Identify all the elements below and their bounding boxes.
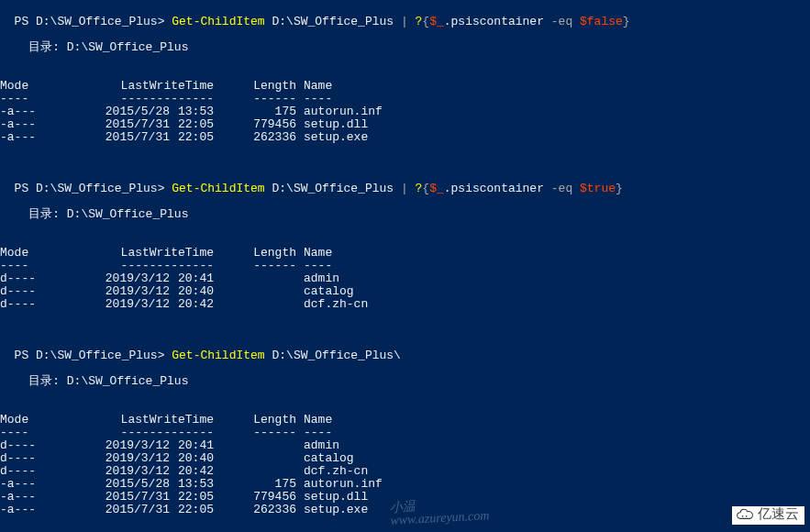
name-cell: catalog: [296, 285, 354, 298]
mode-cell: -a---: [0, 504, 96, 516]
time-cell: 22:05: [170, 118, 214, 131]
mode-cell: d----: [0, 465, 96, 478]
table-row: -a---2015/7/3122:05262336setup.exe: [0, 131, 810, 144]
mode-cell: d----: [0, 298, 96, 311]
time-cell: 20:42: [170, 298, 214, 311]
time-cell: 20:40: [170, 285, 214, 298]
table-header-underline: ---- ------------- ------ ----: [0, 427, 810, 439]
mode-cell: -a---: [0, 491, 96, 504]
mode-cell: -a---: [0, 131, 96, 144]
date-cell: 2019/3/12: [96, 285, 170, 298]
name-cell: autorun.inf: [296, 478, 383, 491]
header-mode: Mode: [0, 80, 96, 93]
time-cell: 20:41: [170, 272, 214, 285]
name-cell: dcf.zh-cn: [296, 298, 368, 311]
name-cell: setup.dll: [296, 118, 368, 131]
date-cell: 2019/3/12: [96, 465, 170, 478]
time-cell: 13:53: [170, 105, 214, 118]
time-cell: 20:40: [170, 452, 214, 465]
directory-label: 目录: D:\SW_Office_Plus: [0, 375, 810, 388]
table-row: d----2019/3/1220:41admin: [0, 272, 810, 285]
length-cell: 779456: [214, 491, 296, 504]
length-cell: [214, 465, 296, 478]
length-cell: [214, 452, 296, 465]
table-row: -a---2015/7/3122:05779456setup.dll: [0, 491, 810, 504]
time-cell: 22:05: [170, 504, 214, 516]
header-lastwrite: LastWriteTime: [96, 80, 214, 93]
date-cell: 2015/5/28: [96, 478, 170, 491]
name-cell: setup.dll: [296, 491, 368, 504]
mode-cell: d----: [0, 452, 96, 465]
directory-label: 目录: D:\SW_Office_Plus: [0, 208, 810, 221]
length-cell: 262336: [214, 504, 296, 516]
command-line-1[interactable]: PS D:\SW_Office_Plus> Get-ChildItem D:\S…: [0, 3, 810, 16]
name-cell: dcf.zh-cn: [296, 465, 368, 478]
table-row: -a---2015/7/3122:05262336setup.exe: [0, 504, 810, 516]
date-cell: 2019/3/12: [96, 298, 170, 311]
name-cell: catalog: [296, 452, 354, 465]
table-header-underline: ---- ------------- ------ ----: [0, 260, 810, 272]
date-cell: 2015/7/31: [96, 504, 170, 516]
date-cell: 2015/7/31: [96, 491, 170, 504]
svg-point-0: [742, 515, 744, 517]
table-header: Mode LastWriteTime Length Name: [0, 414, 810, 427]
header-name: Name: [296, 80, 332, 93]
table-row: d----2019/3/1220:42dcf.zh-cn: [0, 298, 810, 311]
name-cell: admin: [296, 439, 339, 452]
table-row: -a---2015/5/2813:53175autorun.inf: [0, 105, 810, 118]
mode-cell: d----: [0, 285, 96, 298]
date-cell: 2015/7/31: [96, 118, 170, 131]
time-cell: 22:05: [170, 491, 214, 504]
table-row: -a---2015/5/2813:53175autorun.inf: [0, 478, 810, 491]
cloud-icon: [736, 508, 754, 523]
length-cell: 175: [214, 478, 296, 491]
command-line-3[interactable]: PS D:\SW_Office_Plus> Get-ChildItem D:\S…: [0, 337, 810, 349]
table-row: d----2019/3/1220:41admin: [0, 439, 810, 452]
table-header: Mode LastWriteTime Length Name: [0, 247, 810, 260]
cmdlet: Get-ChildItem: [172, 15, 264, 28]
header-length: Length: [214, 80, 296, 93]
date-cell: 2015/7/31: [96, 131, 170, 144]
date-cell: 2019/3/12: [96, 272, 170, 285]
length-cell: [214, 298, 296, 311]
directory-label: 目录: D:\SW_Office_Plus: [0, 41, 810, 54]
name-cell: autorun.inf: [296, 105, 383, 118]
length-cell: [214, 272, 296, 285]
command-line-2[interactable]: PS D:\SW_Office_Plus> Get-ChildItem D:\S…: [0, 170, 810, 183]
time-cell: 13:53: [170, 478, 214, 491]
table-row: d----2019/3/1220:42dcf.zh-cn: [0, 465, 810, 478]
mode-cell: d----: [0, 439, 96, 452]
mode-cell: -a---: [0, 478, 96, 491]
date-cell: 2019/3/12: [96, 452, 170, 465]
length-cell: 175: [214, 105, 296, 118]
prompt: PS D:\SW_Office_Plus>: [15, 15, 172, 28]
mode-cell: -a---: [0, 118, 96, 131]
date-cell: 2019/3/12: [96, 439, 170, 452]
table-header: Mode LastWriteTime Length Name: [0, 80, 810, 93]
watermark-brand: 亿速云: [732, 506, 804, 525]
svg-point-1: [746, 515, 748, 517]
table-row: d----2019/3/1220:40catalog: [0, 452, 810, 465]
time-cell: 22:05: [170, 131, 214, 144]
time-cell: 20:41: [170, 439, 214, 452]
length-cell: [214, 285, 296, 298]
length-cell: [214, 439, 296, 452]
length-cell: 262336: [214, 131, 296, 144]
name-cell: admin: [296, 272, 339, 285]
length-cell: 779456: [214, 118, 296, 131]
date-cell: 2015/5/28: [96, 105, 170, 118]
name-cell: setup.exe: [296, 504, 368, 516]
mode-cell: -a---: [0, 105, 96, 118]
table-row: d----2019/3/1220:40catalog: [0, 285, 810, 298]
name-cell: setup.exe: [296, 131, 368, 144]
table-row: -a---2015/7/3122:05779456setup.dll: [0, 118, 810, 131]
time-cell: 20:42: [170, 465, 214, 478]
table-header-underline: ---- ------------- ------ ----: [0, 93, 810, 105]
mode-cell: d----: [0, 272, 96, 285]
